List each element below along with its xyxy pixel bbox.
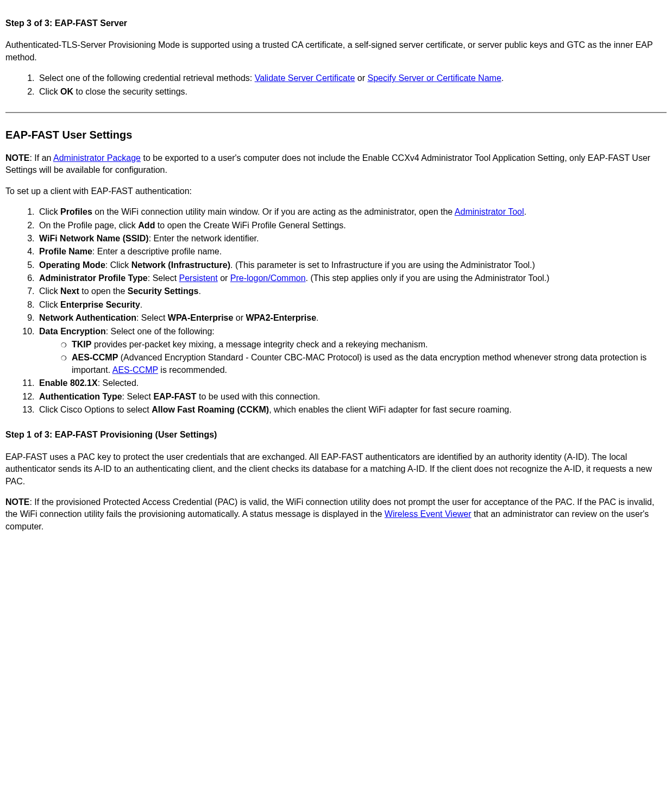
sublist-item: TKIP provides per-packet key mixing, a m… — [61, 339, 667, 351]
list-item: WiFi Network Name (SSID): Enter the netw… — [37, 233, 667, 245]
step3-item-2: Click OK to close the security settings. — [37, 86, 667, 98]
step1-heading: Step 1 of 3: EAP-FAST Provisioning (User… — [5, 429, 667, 441]
text: or — [233, 313, 246, 322]
text: Click Cisco Options to select — [39, 405, 152, 414]
text: Select one of the following credential r… — [39, 73, 255, 83]
list-item: Administrator Profile Type: Select Persi… — [37, 272, 667, 284]
wpa2-enterprise-label: WPA2-Enterprise — [246, 313, 317, 322]
text: . — [501, 73, 504, 83]
enterprise-security-label: Enterprise Security — [60, 300, 140, 309]
aes-ccmp-label: AES-CCMP — [72, 353, 118, 362]
enable-8021x-label: Enable 802.1X — [39, 378, 98, 388]
user-settings-list: Click Profiles on the WiFi connection ut… — [5, 206, 667, 416]
network-auth-label: Network Authentication — [39, 313, 136, 322]
link-aes-ccmp[interactable]: AES-CCMP — [112, 365, 158, 375]
profiles-label: Profiles — [60, 207, 92, 216]
text: : Select — [136, 313, 168, 322]
text: On the Profile page, click — [39, 221, 138, 230]
text: , which enables the client WiFi adapter … — [269, 405, 511, 414]
link-prelogon-common[interactable]: Pre-logon/Common — [230, 273, 306, 283]
list-item: On the Profile page, click Add to open t… — [37, 220, 667, 232]
sublist-item: AES-CCMP (Advanced Encryption Standard -… — [61, 352, 667, 376]
step3-list: Select one of the following credential r… — [5, 72, 667, 98]
text: : Click — [105, 260, 131, 270]
link-administrator-package[interactable]: Administrator Package — [53, 153, 141, 163]
next-label: Next — [60, 286, 79, 296]
text: . — [524, 207, 526, 216]
text: . — [198, 286, 200, 296]
link-validate-server-cert[interactable]: Validate Server Certificate — [255, 73, 355, 83]
list-item: Click Enterprise Security. — [37, 299, 667, 311]
text: to open the — [79, 286, 128, 296]
eap-fast-label: EAP-FAST — [153, 392, 196, 401]
user-settings-note: NOTE: If an Administrator Package to be … — [5, 152, 667, 177]
text: : Select one of the following: — [106, 327, 215, 336]
text: : Selected. — [98, 378, 139, 388]
text: Click — [39, 300, 60, 309]
text: Click — [39, 207, 60, 216]
text: or — [218, 273, 230, 283]
wpa-enterprise-label: WPA-Enterprise — [168, 313, 234, 322]
cckm-label: Allow Fast Roaming (CCKM) — [152, 405, 269, 414]
link-wireless-event-viewer[interactable]: Wireless Event Viewer — [385, 509, 472, 519]
list-item: Profile Name: Enter a descriptive profil… — [37, 246, 667, 258]
text: provides per-packet key mixing, a messag… — [91, 340, 428, 349]
list-item: Network Authentication: Select WPA-Enter… — [37, 312, 667, 324]
step3-item-1: Select one of the following credential r… — [37, 72, 667, 84]
tkip-label: TKIP — [72, 340, 91, 349]
text: on the WiFi connection utility main wind… — [92, 207, 455, 216]
list-item: Click Profiles on the WiFi connection ut… — [37, 206, 667, 218]
operating-mode-label: Operating Mode — [39, 260, 105, 270]
text: : Enter a descriptive profile name. — [92, 247, 222, 256]
text: Click — [39, 87, 60, 96]
list-item: Authentication Type: Select EAP-FAST to … — [37, 391, 667, 403]
text: : Enter the network identifier. — [149, 234, 259, 243]
divider — [5, 112, 667, 113]
text: or — [355, 73, 367, 83]
ok-label: OK — [60, 87, 73, 96]
text: Click — [39, 286, 60, 296]
note-label: NOTE — [5, 497, 29, 507]
list-item: Enable 802.1X: Selected. — [37, 377, 667, 389]
link-administrator-tool[interactable]: Administrator Tool — [455, 207, 524, 216]
step1-para: EAP-FAST uses a PAC key to protect the u… — [5, 451, 667, 488]
list-item: Click Next to open the Security Settings… — [37, 285, 667, 297]
link-persistent[interactable]: Persistent — [179, 273, 218, 283]
text: : If an — [29, 153, 53, 163]
auth-type-label: Authentication Type — [39, 392, 122, 401]
list-item: Operating Mode: Click Network (Infrastru… — [37, 259, 667, 271]
step1-note: NOTE: If the provisioned Protected Acces… — [5, 496, 667, 533]
user-settings-heading: EAP-FAST User Settings — [5, 127, 667, 142]
encryption-sublist: TKIP provides per-packet key mixing, a m… — [39, 339, 667, 376]
ssid-label: WiFi Network Name (SSID) — [39, 234, 149, 243]
list-item: Click Cisco Options to select Allow Fast… — [37, 404, 667, 416]
admin-profile-type-label: Administrator Profile Type — [39, 273, 148, 283]
profile-name-label: Profile Name — [39, 247, 92, 256]
step3-heading: Step 3 of 3: EAP-FAST Server — [5, 17, 667, 29]
note-label: NOTE — [5, 153, 29, 163]
list-item: Data Encryption: Select one of the follo… — [37, 326, 667, 377]
setup-intro: To set up a client with EAP-FAST authent… — [5, 185, 667, 197]
text: . — [316, 313, 318, 322]
text: to be used with this connection. — [197, 392, 321, 401]
data-encryption-label: Data Encryption — [39, 327, 106, 336]
network-infra-label: Network (Infrastructure) — [131, 260, 230, 270]
text: to open the Create WiFi Profile General … — [155, 221, 346, 230]
text: : Select — [148, 273, 179, 283]
text: . — [140, 300, 142, 309]
text: . (This step applies only if you are usi… — [306, 273, 550, 283]
text: to close the security settings. — [73, 87, 187, 96]
add-label: Add — [138, 221, 155, 230]
link-specify-server-cert-name[interactable]: Specify Server or Certificate Name — [367, 73, 501, 83]
text: is recommended. — [158, 365, 227, 375]
text: : Select — [122, 392, 154, 401]
text: . (This parameter is set to Infrastructu… — [230, 260, 535, 270]
security-settings-label: Security Settings — [128, 286, 199, 296]
step3-para: Authenticated-TLS-Server Provisioning Mo… — [5, 39, 667, 64]
